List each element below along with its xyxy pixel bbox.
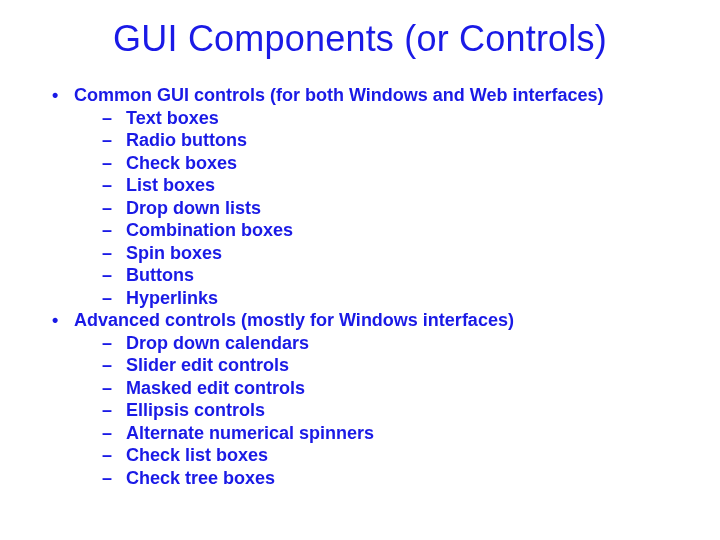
list-item: Check list boxes: [100, 444, 680, 467]
list-item: Spin boxes: [100, 242, 680, 265]
list-item: Ellipsis controls: [100, 399, 680, 422]
list-item: Check boxes: [100, 152, 680, 175]
list-item: Radio buttons: [100, 129, 680, 152]
list-item: Masked edit controls: [100, 377, 680, 400]
slide: GUI Components (or Controls) Common GUI …: [0, 0, 720, 540]
top-level-list: Common GUI controls (for both Windows an…: [40, 84, 680, 489]
list-item: Drop down calendars: [100, 332, 680, 355]
list-item: Slider edit controls: [100, 354, 680, 377]
sublist-common: Text boxes Radio buttons Check boxes Lis…: [74, 107, 680, 310]
list-item: Alternate numerical spinners: [100, 422, 680, 445]
section-heading: Advanced controls (mostly for Windows in…: [74, 310, 514, 330]
section-advanced: Advanced controls (mostly for Windows in…: [48, 309, 680, 489]
list-item: Text boxes: [100, 107, 680, 130]
list-item: Combination boxes: [100, 219, 680, 242]
list-item: Hyperlinks: [100, 287, 680, 310]
list-item: List boxes: [100, 174, 680, 197]
list-item: Check tree boxes: [100, 467, 680, 490]
list-item: Drop down lists: [100, 197, 680, 220]
slide-title: GUI Components (or Controls): [40, 18, 680, 60]
sublist-advanced: Drop down calendars Slider edit controls…: [74, 332, 680, 490]
list-item: Buttons: [100, 264, 680, 287]
slide-content: Common GUI controls (for both Windows an…: [40, 84, 680, 489]
section-heading: Common GUI controls (for both Windows an…: [74, 85, 604, 105]
section-common: Common GUI controls (for both Windows an…: [48, 84, 680, 309]
